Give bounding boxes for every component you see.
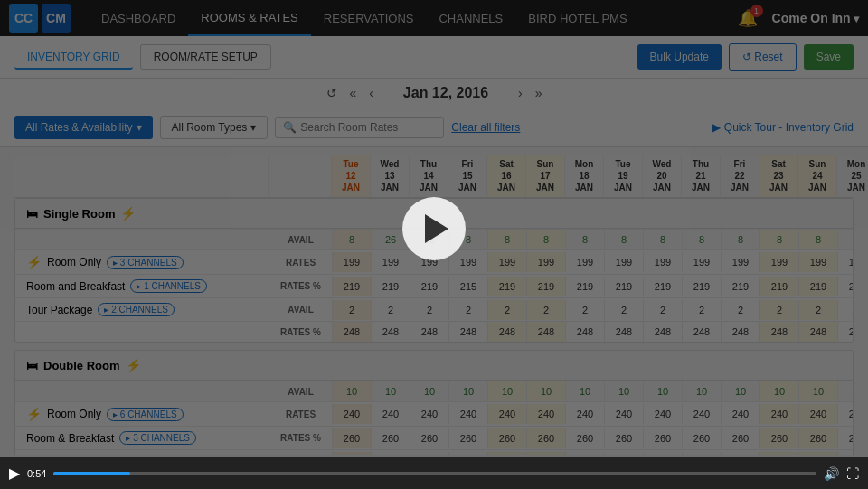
- cell-2-0[interactable]: 285: [332, 452, 371, 456]
- avail-cell-9[interactable]: 10: [682, 381, 721, 401]
- cell-3-4[interactable]: 248: [487, 322, 526, 342]
- avail-cell-3[interactable]: 10: [448, 381, 487, 401]
- cell-2-0[interactable]: 2: [332, 300, 371, 320]
- cell-1-4[interactable]: 260: [487, 428, 526, 448]
- cell-1-3[interactable]: 215: [448, 277, 487, 296]
- tab-inventory-grid[interactable]: INVENTORY GRID: [14, 45, 133, 70]
- cell-1-7[interactable]: 260: [604, 428, 643, 448]
- cell-1-6[interactable]: 219: [565, 277, 604, 296]
- cell-2-5[interactable]: 285: [526, 452, 565, 456]
- cell-1-10[interactable]: 260: [721, 428, 760, 448]
- cell-1-8[interactable]: 260: [643, 428, 682, 448]
- cell-1-11[interactable]: 260: [760, 428, 798, 448]
- cell-1-10[interactable]: 219: [721, 277, 760, 296]
- nav-reservations[interactable]: RESERVATIONS: [311, 0, 427, 36]
- cell-0-0[interactable]: 240: [332, 404, 371, 424]
- cell-2-11[interactable]: 285: [760, 452, 798, 456]
- cell-3-2[interactable]: 248: [410, 322, 448, 342]
- cell-3-0[interactable]: 248: [332, 322, 371, 342]
- reset-button[interactable]: ↺ Reset: [729, 43, 797, 71]
- cell-0-9[interactable]: 240: [682, 404, 721, 424]
- cell-3-7[interactable]: 248: [604, 322, 643, 342]
- cell-2-11[interactable]: 2: [760, 300, 798, 320]
- channels-tag[interactable]: ▸ 3 CHANNELS: [119, 431, 196, 445]
- avail-cell-10[interactable]: 10: [721, 381, 760, 401]
- cell-2-12[interactable]: 285: [798, 452, 837, 456]
- avail-cell-11[interactable]: 10: [760, 381, 798, 401]
- avail-cell-0[interactable]: 10: [332, 381, 371, 401]
- cell-3-10[interactable]: 248: [721, 322, 760, 342]
- cell-2-8[interactable]: 285: [643, 452, 682, 456]
- cell-2-10[interactable]: 285: [721, 452, 760, 456]
- cell-0-8[interactable]: 240: [643, 404, 682, 424]
- cell-0-6[interactable]: 240: [565, 404, 604, 424]
- cell-0-7[interactable]: 240: [604, 404, 643, 424]
- cell-0-10[interactable]: 240: [721, 404, 760, 424]
- room-type-filter-btn[interactable]: All Room Types ▾: [160, 116, 269, 139]
- avail-cell-1[interactable]: 10: [371, 381, 410, 401]
- cell-1-0[interactable]: 219: [332, 277, 371, 296]
- cell-2-7[interactable]: 285: [604, 452, 643, 456]
- cell-1-1[interactable]: 260: [371, 428, 410, 448]
- cell-2-4[interactable]: 285: [487, 452, 526, 456]
- cell-2-7[interactable]: 2: [604, 300, 643, 320]
- cell-0-10[interactable]: 199: [721, 252, 760, 272]
- search-input[interactable]: [300, 121, 436, 134]
- volume-button[interactable]: 🔊: [824, 466, 839, 481]
- avail-cell-2[interactable]: 10: [410, 381, 448, 401]
- cell-0-12[interactable]: 240: [798, 404, 837, 424]
- channels-tag[interactable]: ▸ 3 CHANNELS: [107, 256, 184, 269]
- rates-filter-btn[interactable]: All Rates & Availability ▾: [14, 116, 153, 139]
- avail-cell-7[interactable]: 8: [604, 230, 643, 249]
- cell-1-12[interactable]: 260: [798, 428, 837, 448]
- cell-1-9[interactable]: 219: [682, 277, 721, 296]
- play-pause-button[interactable]: ▶: [9, 465, 20, 482]
- cell-0-0[interactable]: 199: [332, 252, 371, 272]
- nav-dashboard[interactable]: DASHBOARD: [89, 0, 188, 36]
- cell-2-8[interactable]: 2: [643, 300, 682, 320]
- avail-cell-6[interactable]: 8: [565, 230, 604, 249]
- cell-1-6[interactable]: 260: [565, 428, 604, 448]
- fullscreen-button[interactable]: ⛶: [846, 466, 859, 481]
- cell-2-9[interactable]: 285: [682, 452, 721, 456]
- cell-1-13[interactable]: 219: [837, 277, 854, 296]
- avail-cell-5[interactable]: 10: [526, 381, 565, 401]
- next-far-btn[interactable]: »: [532, 84, 546, 102]
- cell-1-0[interactable]: 260: [332, 428, 371, 448]
- refresh-btn[interactable]: ↺: [323, 84, 341, 102]
- cell-0-13[interactable]: 240: [837, 404, 854, 424]
- cell-0-4[interactable]: 199: [487, 252, 526, 272]
- save-button[interactable]: Save: [804, 44, 854, 70]
- next-btn[interactable]: ›: [514, 84, 526, 102]
- cell-1-4[interactable]: 219: [487, 277, 526, 296]
- cell-2-10[interactable]: 2: [721, 300, 760, 320]
- channels-tag[interactable]: ▸ 2 CHANNELS: [98, 303, 175, 316]
- avail-cell-0[interactable]: 8: [332, 230, 371, 249]
- cell-0-11[interactable]: 199: [760, 252, 798, 272]
- cell-3-11[interactable]: 248: [760, 322, 798, 342]
- cell-2-13[interactable]: 10: [837, 300, 854, 320]
- cell-0-2[interactable]: 240: [410, 404, 448, 424]
- cell-0-3[interactable]: 199: [448, 252, 487, 272]
- cell-0-5[interactable]: 199: [526, 252, 565, 272]
- avail-cell-13[interactable]: 10: [837, 381, 854, 401]
- nav-channels[interactable]: CHANNELS: [426, 0, 515, 36]
- cell-2-2[interactable]: 2: [410, 300, 448, 320]
- cell-1-12[interactable]: 219: [798, 277, 837, 296]
- channels-tag[interactable]: ▸ 1 CHANNELS: [130, 279, 207, 293]
- avail-cell-4[interactable]: 8: [487, 230, 526, 249]
- cell-2-1[interactable]: 2: [371, 300, 410, 320]
- cell-3-5[interactable]: 248: [526, 322, 565, 342]
- cell-1-11[interactable]: 219: [760, 277, 798, 296]
- cell-1-2[interactable]: 260: [410, 428, 448, 448]
- cell-0-13[interactable]: 199: [837, 252, 854, 272]
- cell-1-2[interactable]: 219: [410, 277, 448, 296]
- avail-cell-12[interactable]: 8: [798, 230, 837, 249]
- avail-cell-11[interactable]: 8: [760, 230, 798, 249]
- prev-far-btn[interactable]: «: [346, 84, 361, 102]
- cell-2-3[interactable]: 2: [448, 300, 487, 320]
- cell-3-1[interactable]: 248: [371, 322, 410, 342]
- cell-0-12[interactable]: 199: [798, 252, 837, 272]
- cell-0-8[interactable]: 199: [643, 252, 682, 272]
- cell-2-12[interactable]: 2: [798, 300, 837, 320]
